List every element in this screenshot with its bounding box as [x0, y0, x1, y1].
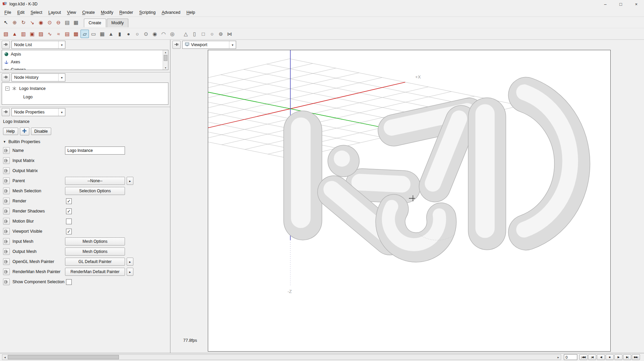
node-list-item-camera[interactable]: Camera: [2, 66, 168, 70]
ellipse-icon[interactable]: ○: [133, 30, 141, 38]
nurbs-curve-icon[interactable]: ≈: [54, 30, 63, 38]
help-button[interactable]: Help: [3, 128, 18, 135]
node-list-combo[interactable]: Node List ▾: [11, 41, 65, 49]
nurbs-surface-icon[interactable]: ▩: [72, 30, 80, 38]
parent-tool-icon[interactable]: ⊙: [45, 18, 54, 27]
minimize-button[interactable]: –: [598, 0, 613, 8]
node-list-scrollbar[interactable]: ▴ ▾: [163, 50, 168, 70]
chevron-down-icon[interactable]: ▾: [229, 41, 236, 48]
scroll-up-icon[interactable]: ▴: [165, 50, 166, 54]
node-list-item-aqsis[interactable]: Aqsis: [2, 50, 168, 58]
node-list-item-axes[interactable]: Axes: [2, 58, 168, 66]
select-tool-icon[interactable]: ↖: [2, 18, 10, 27]
cylinder-icon[interactable]: ▮: [116, 30, 124, 38]
menu-arrow-icon[interactable]: ▸: [127, 258, 133, 266]
frame-input[interactable]: [564, 354, 577, 360]
close-button[interactable]: ×: [629, 0, 644, 8]
channel-icon[interactable]: [3, 208, 10, 215]
chevron-down-icon[interactable]: ▾: [58, 41, 65, 48]
menu-item-file[interactable]: File: [1, 9, 14, 16]
poly-cube-icon[interactable]: ▧: [2, 30, 10, 38]
scroll-left-icon[interactable]: ◂: [2, 355, 7, 360]
scale-tool-icon[interactable]: ↘: [28, 18, 36, 27]
name-input[interactable]: [65, 146, 125, 155]
node-history-combo[interactable]: Node History ▾: [11, 73, 65, 81]
opengl-mesh-painter-dropdown[interactable]: GL Default Painter: [65, 258, 125, 266]
quadric-cube-icon[interactable]: □: [199, 30, 207, 38]
chevron-down-icon[interactable]: ▾: [58, 108, 65, 116]
quadric-cone-icon[interactable]: △: [182, 30, 190, 38]
channel-icon[interactable]: [3, 218, 10, 225]
tab-create[interactable]: Create: [84, 19, 106, 27]
menu-item-layout[interactable]: Layout: [45, 9, 64, 16]
channel-icon[interactable]: [3, 167, 10, 174]
channel-icon[interactable]: [3, 258, 10, 265]
scroll-right-icon[interactable]: ▸: [556, 355, 561, 360]
panel-pin-button[interactable]: [2, 73, 10, 81]
disk-icon[interactable]: ●: [124, 30, 133, 38]
channel-icon[interactable]: [3, 268, 10, 275]
tree-row-logo[interactable]: Logo: [2, 93, 168, 101]
menu-item-help[interactable]: Help: [184, 9, 198, 16]
snap-tool-icon[interactable]: ◉: [37, 18, 45, 27]
motion-blur-checkbox[interactable]: [66, 219, 72, 224]
parent-dropdown[interactable]: --None--: [65, 177, 125, 185]
play-backward-button[interactable]: ◀: [597, 354, 605, 360]
go-to-start-button[interactable]: |◀◀: [579, 354, 587, 360]
menu-item-create[interactable]: Create: [79, 9, 98, 16]
menu-item-scripting[interactable]: Scripting: [136, 9, 159, 16]
poly-sphere-icon[interactable]: ▣: [28, 30, 36, 38]
channel-icon[interactable]: [3, 188, 10, 194]
poly-cylinder-icon[interactable]: ▥: [19, 30, 28, 38]
output-mesh-button[interactable]: Mesh Options: [65, 248, 125, 256]
mesh-selection-button[interactable]: Selection Options: [65, 187, 125, 195]
bowtie-icon[interactable]: ⋈: [225, 30, 234, 38]
scrollbar-thumb[interactable]: [8, 355, 119, 359]
menu-item-view[interactable]: View: [64, 9, 79, 16]
input-mesh-button[interactable]: Mesh Options: [65, 237, 125, 245]
scrollbar-track[interactable]: [163, 54, 168, 66]
menu-item-render[interactable]: Render: [116, 9, 136, 16]
channel-icon[interactable]: [3, 157, 10, 164]
chevron-down-icon[interactable]: ▾: [58, 74, 65, 81]
collapse-toggle-icon[interactable]: −: [5, 87, 9, 91]
tab-modify[interactable]: Modify: [107, 19, 129, 27]
menu-arrow-icon[interactable]: ▸: [127, 268, 133, 276]
node-properties-combo[interactable]: Node Properties ▾: [11, 108, 65, 116]
quadric-sphere-icon[interactable]: ○: [208, 30, 216, 38]
previous-frame-button[interactable]: |◀: [588, 354, 596, 360]
panel-pin-button[interactable]: [2, 108, 10, 116]
builtin-properties-section[interactable]: ▼ Builtin Properties: [0, 137, 170, 145]
channel-icon[interactable]: [3, 278, 10, 285]
disable-button[interactable]: Disable: [31, 128, 51, 135]
cone-icon[interactable]: ▲: [107, 30, 115, 38]
scrollbar-thumb[interactable]: [164, 55, 167, 61]
add-property-button[interactable]: [20, 127, 29, 135]
channel-icon[interactable]: [3, 147, 10, 154]
poly-cone-icon[interactable]: ▲: [10, 30, 19, 38]
viewport-visible-checkbox[interactable]: ✓: [66, 229, 72, 234]
scroll-down-icon[interactable]: ▾: [165, 66, 166, 70]
channel-icon[interactable]: [3, 238, 10, 245]
channel-icon[interactable]: [3, 248, 10, 255]
horizontal-scrollbar[interactable]: ◂ ▸: [2, 354, 561, 360]
grid-icon[interactable]: ▦: [98, 30, 106, 38]
go-to-end-button[interactable]: ▶▶|: [632, 354, 640, 360]
move-tool-icon[interactable]: ⊕: [10, 18, 19, 27]
channel-icon[interactable]: [3, 177, 10, 184]
channel-icon[interactable]: [3, 228, 10, 235]
channel-icon[interactable]: [3, 198, 10, 204]
menu-item-modify[interactable]: Modify: [98, 9, 116, 16]
paraboloid-icon[interactable]: ◠: [159, 30, 168, 38]
poly-torus-icon[interactable]: ▨: [37, 30, 45, 38]
viewport-canvas[interactable]: +X+Y-Z: [208, 50, 611, 352]
maximize-button[interactable]: □: [613, 0, 629, 8]
menu-item-select[interactable]: Select: [28, 9, 45, 16]
render-frame-icon[interactable]: ▦: [72, 18, 80, 27]
menu-item-edit[interactable]: Edit: [14, 9, 28, 16]
nurbs-plane-icon[interactable]: ▱: [80, 30, 89, 38]
render-checkbox[interactable]: ✓: [66, 198, 72, 204]
quadric-cylinder-icon[interactable]: ▯: [190, 30, 199, 38]
play-button[interactable]: ▶: [614, 354, 622, 360]
panel-pin-button[interactable]: [172, 41, 181, 49]
